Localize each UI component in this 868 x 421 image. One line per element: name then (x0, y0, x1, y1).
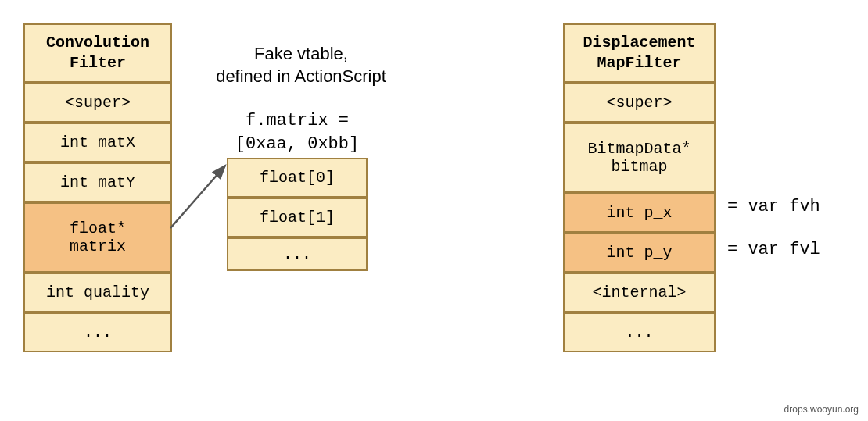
caption-line-1: Fake vtable, (254, 44, 348, 63)
struct-field-internal: <internal> (563, 273, 716, 312)
struct-field-maty: int matY (23, 162, 172, 202)
convolution-filter-struct: Convolution Filter <super> int matX int … (23, 23, 172, 352)
title-line-2: Filter (70, 54, 126, 72)
struct-field-bitmap: BitmapData* bitmap (563, 123, 716, 193)
struct-title: Displacement MapFilter (563, 23, 716, 83)
displacement-mapfilter-struct: Displacement MapFilter <super> BitmapDat… (563, 23, 716, 352)
struct-field-py: int p_y (563, 233, 716, 273)
struct-title: Convolution Filter (23, 23, 172, 83)
struct-field-more: ... (563, 312, 716, 352)
struct-field-px: int p_x (563, 193, 716, 233)
code-line-1: f.matrix = (246, 111, 349, 130)
struct-field-matrix: float* matrix (23, 202, 172, 273)
array-cell-more: ... (227, 237, 368, 271)
svg-line-1 (170, 166, 225, 228)
title-line-1: Displacement (583, 34, 695, 52)
array-cell-0: float[0] (227, 158, 368, 198)
title-line-1: Convolution (46, 34, 149, 52)
px-equals-fvh: = var fvh (727, 197, 820, 216)
struct-field-super: <super> (563, 83, 716, 123)
fake-vtable-caption: Fake vtable, defined in ActionScript (188, 43, 414, 87)
float-array: float[0] float[1] ... (227, 158, 368, 271)
struct-field-more: ... (23, 312, 172, 352)
struct-field-matx: int matX (23, 123, 172, 162)
caption-line-2: defined in ActionScript (216, 66, 386, 86)
array-cell-1: float[1] (227, 198, 368, 237)
watermark: drops.wooyun.org (784, 404, 859, 415)
code-line-2: [0xaa, 0xbb] (235, 134, 359, 154)
struct-field-super: <super> (23, 83, 172, 123)
py-equals-fvl: = var fvl (727, 240, 820, 259)
code-assignment: f.matrix = [0xaa, 0xbb] (219, 109, 375, 155)
struct-field-quality: int quality (23, 273, 172, 312)
title-line-2: MapFilter (597, 54, 681, 72)
